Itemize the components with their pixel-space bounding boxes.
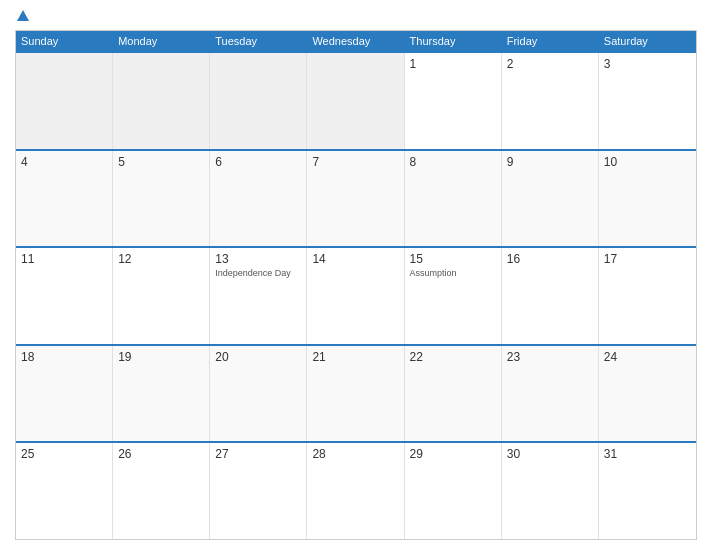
day-number: 28 [312,447,398,461]
day-cell: 6 [210,151,307,247]
day-cell: 15Assumption [405,248,502,344]
day-cell: 27 [210,443,307,539]
day-cell: 29 [405,443,502,539]
day-cell [113,53,210,149]
day-number: 30 [507,447,593,461]
day-cell: 31 [599,443,696,539]
day-name-wednesday: Wednesday [307,31,404,51]
day-cell: 16 [502,248,599,344]
day-cell: 13Independence Day [210,248,307,344]
day-cell: 8 [405,151,502,247]
day-cell: 3 [599,53,696,149]
day-number: 15 [410,252,496,266]
day-number: 27 [215,447,301,461]
day-cell: 4 [16,151,113,247]
day-cell: 21 [307,346,404,442]
day-cell: 7 [307,151,404,247]
week-row-3: 111213Independence Day1415Assumption1617 [16,246,696,344]
day-number: 1 [410,57,496,71]
day-cell: 23 [502,346,599,442]
day-cell: 20 [210,346,307,442]
day-number: 2 [507,57,593,71]
day-cell [307,53,404,149]
day-cell: 26 [113,443,210,539]
day-cell: 10 [599,151,696,247]
day-number: 11 [21,252,107,266]
day-name-saturday: Saturday [599,31,696,51]
day-number: 10 [604,155,691,169]
day-cell: 30 [502,443,599,539]
logo-triangle-icon [17,10,29,21]
day-cell: 1 [405,53,502,149]
day-number: 21 [312,350,398,364]
day-number: 4 [21,155,107,169]
day-number: 3 [604,57,691,71]
day-number: 31 [604,447,691,461]
day-number: 14 [312,252,398,266]
week-row-2: 45678910 [16,149,696,247]
day-event: Assumption [410,268,496,278]
day-number: 12 [118,252,204,266]
day-cell: 12 [113,248,210,344]
day-number: 8 [410,155,496,169]
logo [15,10,29,22]
day-number: 6 [215,155,301,169]
day-cell: 9 [502,151,599,247]
day-number: 24 [604,350,691,364]
day-number: 17 [604,252,691,266]
day-event: Independence Day [215,268,301,278]
day-cell: 19 [113,346,210,442]
day-cell: 18 [16,346,113,442]
day-number: 19 [118,350,204,364]
calendar-body: 12345678910111213Independence Day1415Ass… [16,51,696,539]
calendar-page: SundayMondayTuesdayWednesdayThursdayFrid… [0,0,712,550]
calendar-header: SundayMondayTuesdayWednesdayThursdayFrid… [16,31,696,51]
day-number: 22 [410,350,496,364]
day-number: 20 [215,350,301,364]
week-row-1: 123 [16,51,696,149]
day-number: 25 [21,447,107,461]
day-number: 16 [507,252,593,266]
day-number: 5 [118,155,204,169]
day-number: 13 [215,252,301,266]
day-number: 29 [410,447,496,461]
day-cell: 5 [113,151,210,247]
day-name-monday: Monday [113,31,210,51]
page-header [15,10,697,22]
day-name-sunday: Sunday [16,31,113,51]
day-cell: 22 [405,346,502,442]
day-number: 26 [118,447,204,461]
day-cell [210,53,307,149]
week-row-5: 25262728293031 [16,441,696,539]
day-cell [16,53,113,149]
day-number: 9 [507,155,593,169]
day-number: 23 [507,350,593,364]
logo-blue-text [15,10,29,22]
day-name-tuesday: Tuesday [210,31,307,51]
day-cell: 24 [599,346,696,442]
day-number: 7 [312,155,398,169]
day-cell: 17 [599,248,696,344]
day-cell: 11 [16,248,113,344]
day-cell: 25 [16,443,113,539]
day-number: 18 [21,350,107,364]
day-cell: 14 [307,248,404,344]
day-name-friday: Friday [502,31,599,51]
week-row-4: 18192021222324 [16,344,696,442]
day-cell: 28 [307,443,404,539]
calendar: SundayMondayTuesdayWednesdayThursdayFrid… [15,30,697,540]
day-name-thursday: Thursday [405,31,502,51]
day-cell: 2 [502,53,599,149]
